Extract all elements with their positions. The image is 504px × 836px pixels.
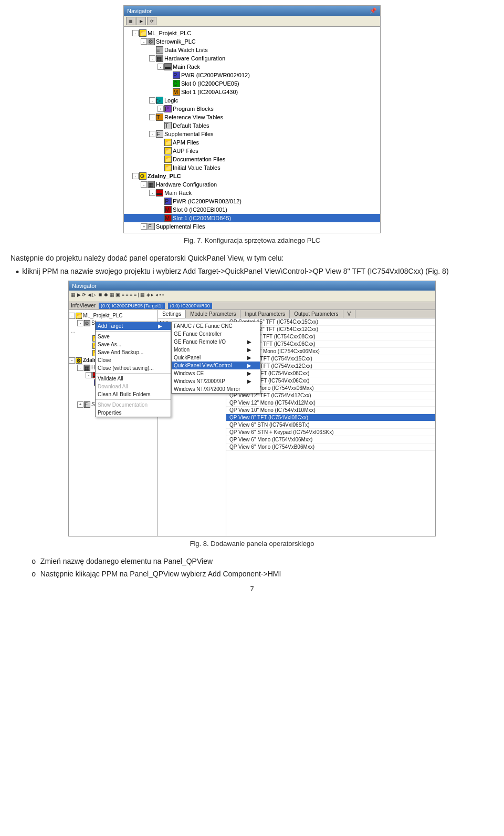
expand-sterownik[interactable]: - [141, 38, 147, 45]
qp-val-12[interactable]: QP View 12" Mono (IC754VxI12Mxx) [226, 399, 435, 407]
tree-item-docfiles[interactable]: 📁 Documentation Files [124, 155, 380, 163]
page-number: 7 [10, 585, 494, 593]
tree-item-zdalny[interactable]: - ⚙ Zdalny_PLC [124, 172, 380, 180]
qp-val-4[interactable]: QP Control 6" TFT (IC754Cxx06Cxx) [226, 340, 435, 348]
fig8-tree-doc[interactable]: 📁 Documentation Files [69, 342, 158, 349]
qp-val-10[interactable]: QP View 6" Mono (IC754Vxx06Mxx) [226, 385, 435, 392]
tree-item-suppfiles1[interactable]: - F Supplemental Files [124, 130, 380, 138]
label-slot1-mdd: Slot 1 (IC200MDD845) [173, 215, 231, 221]
qp-val-17[interactable]: QP View 6" Mono (IC754VxI06Mxx) [226, 436, 435, 443]
tree-item-sterownik[interactable]: - ⚙ Sterownik_PLC [124, 37, 380, 46]
tree-item-slot0-cpu[interactable]: C Slot 0 (IC200CPUE05) [124, 79, 380, 88]
tab-v[interactable]: V [343, 310, 356, 318]
tree-item-mainrack1[interactable]: - ▬ Main Rack [124, 63, 380, 71]
toolbar-btn2[interactable]: ▶ [136, 17, 146, 25]
fig8-param-row4: 8 [160, 346, 224, 352]
expand-ml-projekt[interactable]: - [132, 30, 139, 36]
tab-settings[interactable]: Settings [158, 310, 186, 318]
tree-item-apmfiles[interactable]: 📁 APM Files [124, 138, 380, 147]
tree-item-slot1-mdd[interactable]: M Slot 1 (IC200MDD845) [124, 214, 380, 222]
pin-icon[interactable]: 📌 [370, 7, 377, 14]
tree-item-pwr2[interactable]: P PWR (IC200PWR002/012) [124, 197, 380, 205]
label-fig8-doc: Documentation Files [100, 343, 148, 348]
tree-item-refview[interactable]: - T Reference View Tables [124, 113, 380, 121]
expand-suppfiles2[interactable]: + [141, 223, 147, 230]
qp-val-3[interactable]: QP Control 8" TFT (IC754Cxx08Cxx) [226, 333, 435, 340]
fig8-tree-pwr[interactable]: P PWR (IC200PWR002/012) [69, 379, 158, 386]
fig8-tree-aupfiles[interactable]: 📁 AUP Files [69, 335, 158, 342]
body-intro: Następnie do projektu należy dodać panel… [10, 253, 494, 264]
fig8-tree-mlprojekt[interactable]: - 📁 ML_Projekt_PLC [69, 312, 158, 319]
fig8-param-val3: %Q00001 [176, 340, 199, 346]
fig8-titlebar: Navigator [69, 281, 435, 291]
tree-item-defaulttables[interactable]: T Default Tables [124, 121, 380, 130]
tree-item-progblocks[interactable]: + P Program Blocks [124, 105, 380, 113]
tree-item-ml-projekt[interactable]: - 📁 ML_Projekt_PLC [124, 29, 380, 37]
tree-item-mainrack2[interactable]: - ▬ Main Rack [124, 189, 380, 197]
expand-fig8-hw[interactable]: - [77, 365, 83, 371]
expand-fig8-ml[interactable]: - [69, 313, 75, 319]
expand-fig8-rack[interactable]: - [86, 372, 92, 378]
label-fig8-initval: Initial Value Tables [100, 350, 143, 356]
tree-item-datawatchlists[interactable]: ≡ Data Watch Lists [124, 46, 380, 54]
fig8-tree-sb[interactable]: - ⚙ Sb... [69, 319, 158, 327]
toolbar-btn1[interactable]: ▦ [126, 17, 135, 25]
fig8-tree-supp[interactable]: + F Supplemental Files [69, 401, 158, 408]
tree-item-pwr1[interactable]: P PWR (IC200PWR002/012) [124, 71, 380, 79]
tree-item-initval[interactable]: 📁 Initial Value Tables [124, 163, 380, 172]
label-suppfiles2: Supplemental Files [156, 223, 205, 230]
tab-input-params[interactable]: Input Parameters [240, 310, 290, 318]
fig8-tree-zdalny[interactable]: - ⚙ Zdalny_PLC [69, 357, 158, 364]
expand-fig8-zdalny[interactable]: - [69, 357, 75, 364]
infoviewer-tag2[interactable]: (0.0) IC200PWR00 [168, 303, 212, 309]
expand-hwconfig2[interactable]: - [141, 181, 147, 188]
navigator-titlebar-fig7: Navigator 📌 [124, 6, 380, 16]
label-slot1-alg: Slot 1 (IC200ALG430) [181, 89, 238, 95]
qp-val-9[interactable]: QP View 6" TFT (IC754Vxx06Cxx) [226, 377, 435, 385]
tree-item-suppfiles2[interactable]: + F Supplemental Files [124, 222, 380, 231]
fig8-tree-hwconfig[interactable]: - ▦ Hardware Configuration [69, 364, 158, 371]
infoviewer-tag1[interactable]: (0.0) IC200CPUE05 [Target1] [99, 303, 165, 309]
tree-item-slot1-alg[interactable]: M Slot 1 (IC200ALG430) [124, 88, 380, 96]
qp-val-8[interactable]: QP View 8" TFT (IC754Vxx08Cxx) [226, 370, 435, 377]
icon-fig8-zdalny: ⚙ [76, 357, 82, 364]
label-sterownik: Sterownik_PLC [156, 38, 196, 45]
fig8-tree-mainrack[interactable]: - ▬ Main Rack [69, 371, 158, 379]
expand-fig8-sb[interactable]: - [77, 320, 83, 326]
expand-fig8-supp[interactable]: + [77, 401, 83, 408]
expand-refview[interactable]: - [149, 114, 155, 120]
tree-item-hwconfig1[interactable]: - ▦ Hardware Configuration [124, 54, 380, 63]
qp-val-11[interactable]: QP View 12" TFT (IC754VxI12Cxx) [226, 392, 435, 399]
tree-item-hwconfig2[interactable]: - ▦ Hardware Configuration [124, 180, 380, 189]
tab-module-params[interactable]: Module Parameters [186, 310, 240, 318]
expand-progblocks[interactable]: + [158, 106, 164, 112]
fig8-param-val1: %I00001 [176, 328, 196, 334]
tree-item-slot0-ebi[interactable]: M Slot 0 (IC200EBI001) [124, 205, 380, 214]
icon-fig8-mdd: M [98, 394, 103, 400]
tree-item-logic[interactable]: - ▷ Logic [124, 96, 380, 105]
expand-zdalny[interactable]: - [132, 173, 139, 179]
expand-mainrack1[interactable]: - [158, 64, 164, 70]
tab-output-params[interactable]: Output Parameters [290, 310, 343, 318]
qp-val-6[interactable]: QP View 15" TFT (IC754Vxx15Cxx) [226, 355, 435, 363]
expand-mainrack2[interactable]: - [149, 190, 155, 196]
qp-val-2[interactable]: QP Control 12" TFT (IC754Cxx12Cxx) [226, 326, 435, 333]
fig8-param-row2: 16 [160, 334, 224, 340]
qp-val-1[interactable]: QP Control 15" TFT (IC754Cxx15Cxx) [226, 318, 435, 326]
qp-val-14-selected[interactable]: QP View 8" TFT (IC754VxI08Cxx) [226, 414, 435, 421]
qp-val-5[interactable]: QP Control 6" Mono (IC754Cxx06Mxx) [226, 348, 435, 355]
fig8-tree-mdd[interactable]: M Slot 1 (IC200MDD845) [69, 394, 158, 401]
fig8-tree-ebi[interactable]: M Slot 0 (IC200EBI001) [69, 386, 158, 394]
toolbar-btn3[interactable]: ⟳ [147, 17, 156, 25]
expand-hwconfig1[interactable]: - [149, 55, 155, 61]
qp-val-18[interactable]: QP View 6" Mono (IC754VxB06Mxx) [226, 443, 435, 451]
fig8-tree-initval[interactable]: 📁 Initial Value Tables [69, 349, 158, 357]
qp-val-13[interactable]: QP View 10" Mono (IC754VxI10Mxx) [226, 407, 435, 414]
tree-item-aupfiles[interactable]: 📁 AUP Files [124, 147, 380, 155]
expand-logic[interactable]: - [149, 97, 155, 104]
expand-suppfiles1[interactable]: - [149, 131, 155, 137]
qp-val-7[interactable]: QP View 12" TFT (IC754Vxx12Cxx) [226, 363, 435, 370]
qp-val-15[interactable]: QP View 6" STN (IC754VxI06STx) [226, 421, 435, 429]
icon-fig8-aup: 📁 [92, 335, 99, 342]
qp-val-16[interactable]: QP View 6" STN + Keypad (IC754VxI06SKx) [226, 429, 435, 436]
